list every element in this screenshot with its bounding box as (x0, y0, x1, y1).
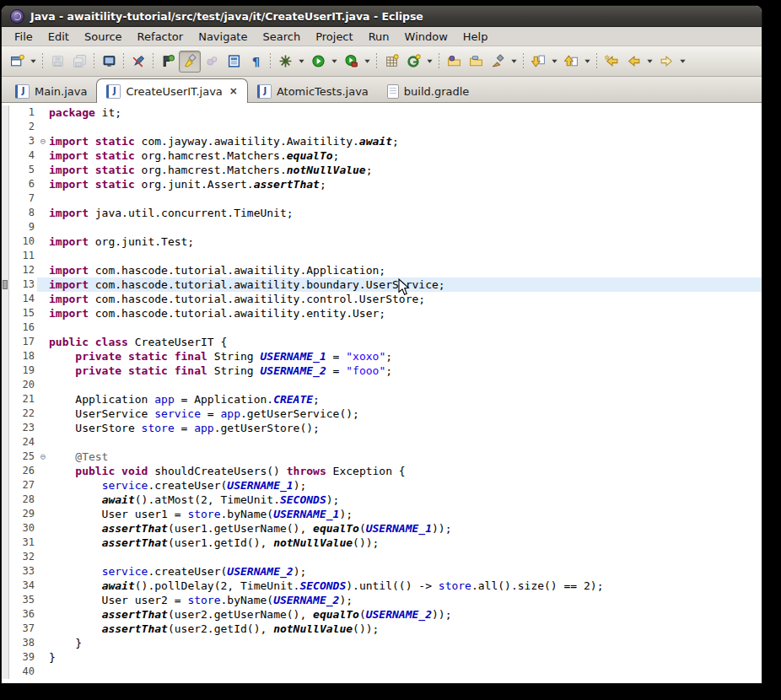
code-line[interactable]: 16 (2, 320, 762, 335)
new-wizard-button[interactable] (6, 51, 28, 73)
menu-item-refactor[interactable]: Refactor (130, 29, 191, 45)
pin-editor-button[interactable] (127, 51, 149, 73)
code-text[interactable]: import org.junit.Test; (49, 234, 762, 249)
code-line[interactable]: 35 User user2 = store.byName(USERNAME_2)… (2, 593, 762, 607)
code-text[interactable]: public class CreateUserIT { (49, 335, 762, 349)
menu-item-navigate[interactable]: Navigate (191, 29, 255, 45)
code-line[interactable]: 9 (2, 220, 762, 234)
tab-build-gradle[interactable]: build.gradle (378, 81, 479, 102)
code-text[interactable] (49, 435, 762, 450)
code-line[interactable]: 37 assertThat(user2.getId(), notNullValu… (2, 622, 762, 636)
code-line[interactable]: 31 assertThat(user1.getId(), notNullValu… (2, 536, 762, 550)
code-text[interactable]: @Test (49, 450, 762, 464)
code-text[interactable]: } (49, 636, 762, 650)
forward-dropdown[interactable] (677, 51, 688, 72)
code-line[interactable]: 32 (2, 550, 762, 564)
code-line[interactable]: 22 UserService service = app.getUserServ… (2, 407, 762, 421)
code-text[interactable]: assertThat(user2.getUserName(), equalTo(… (49, 607, 762, 622)
external-tools-dropdown[interactable] (509, 51, 520, 72)
code-line[interactable]: 23 UserStore store = app.getUserStore(); (2, 421, 762, 435)
title-bar[interactable]: Java - awaitility-tutorial/src/test/java… (2, 6, 762, 27)
code-text[interactable] (49, 378, 762, 392)
code-line[interactable]: 15import com.hascode.tutorial.awaitility… (2, 306, 762, 320)
code-line[interactable]: 29 User user1 = store.byName(USERNAME_1)… (2, 507, 762, 521)
code-line[interactable]: 14import com.hascode.tutorial.awaitility… (2, 292, 762, 306)
code-text[interactable]: private static final String USERNAME_1 =… (49, 349, 762, 363)
save-all-button[interactable] (68, 51, 90, 73)
code-text[interactable] (49, 550, 762, 564)
code-line[interactable]: 30 assertThat(user1.getUserName(), equal… (2, 521, 762, 536)
code-line[interactable]: 6import static org.junit.Assert.assertTh… (2, 177, 762, 191)
menu-item-window[interactable]: Window (397, 29, 455, 45)
code-text[interactable]: assertThat(user1.getUserName(), equalTo(… (49, 521, 762, 536)
mark-occurrences-button[interactable] (179, 51, 201, 73)
open-plugin-button[interactable] (157, 51, 179, 73)
code-line[interactable]: 19 private static final String USERNAME_… (2, 363, 762, 378)
code-line[interactable]: 38 } (2, 636, 762, 650)
code-line[interactable]: 26 public void shouldCreateUsers() throw… (2, 464, 762, 478)
code-text[interactable]: public void shouldCreateUsers() throws E… (49, 464, 762, 478)
menu-item-source[interactable]: Source (77, 29, 130, 45)
open-console-button[interactable] (98, 51, 120, 73)
new-class-dropdown[interactable] (424, 51, 435, 72)
code-line[interactable]: 33 service.createUser(USERNAME_2); (2, 564, 762, 579)
code-line[interactable]: 28 await().atMost(2, TimeUnit.SECONDS); (2, 493, 762, 507)
code-line[interactable]: 34 await().pollDelay(2, TimeUnit.SECONDS… (2, 579, 762, 593)
fold-toggle-icon[interactable]: ⊖ (37, 450, 49, 464)
code-text[interactable]: assertThat(user1.getId(), notNullValue()… (49, 536, 762, 550)
code-line[interactable]: 18 private static final String USERNAME_… (2, 349, 762, 363)
open-resource-button[interactable] (465, 51, 487, 73)
code-line[interactable]: 25⊖ @Test (2, 450, 762, 464)
menu-item-search[interactable]: Search (255, 29, 308, 45)
code-line[interactable]: 36 assertThat(user2.getUserName(), equal… (2, 607, 762, 622)
code-line[interactable]: 17public class CreateUserIT { (2, 335, 762, 349)
code-line[interactable]: 5import static org.hamcrest.Matchers.not… (2, 163, 762, 177)
code-text[interactable]: await().pollDelay(2, TimeUnit.SECONDS).u… (49, 579, 762, 593)
menu-item-help[interactable]: Help (455, 29, 496, 45)
code-text[interactable]: } (49, 650, 762, 665)
code-text[interactable]: UserService service = app.getUserService… (49, 407, 762, 421)
fold-toggle-icon[interactable]: ⊖ (37, 134, 49, 148)
back-dropdown[interactable] (644, 51, 655, 72)
code-line[interactable]: 4import static org.hamcrest.Matchers.equ… (2, 148, 762, 163)
new-wizard-dropdown[interactable] (28, 51, 39, 72)
open-javadoc-button[interactable] (223, 51, 245, 73)
code-text[interactable]: import static org.hamcrest.Matchers.notN… (49, 163, 762, 177)
code-text[interactable]: service.createUser(USERNAME_1); (49, 478, 762, 493)
code-line[interactable]: 7 (2, 191, 762, 206)
code-text[interactable]: private static final String USERNAME_2 =… (49, 363, 762, 378)
code-text[interactable]: import com.hascode.tutorial.awaitility.c… (49, 292, 762, 306)
code-text[interactable] (49, 191, 762, 206)
debug-button[interactable] (274, 51, 296, 73)
code-text[interactable] (49, 220, 762, 234)
code-editor[interactable]: 1package it;2 3⊖import static com.jayway… (2, 103, 762, 683)
next-annotation-button[interactable] (527, 51, 549, 73)
coverage-dropdown[interactable] (362, 51, 373, 72)
code-text[interactable]: import com.hascode.tutorial.awaitility.A… (49, 263, 762, 277)
tab-main-java[interactable]: JMain.java (6, 81, 96, 102)
code-text[interactable]: import com.hascode.tutorial.awaitility.e… (49, 306, 762, 320)
code-text[interactable]: await().atMost(2, TimeUnit.SECONDS); (49, 493, 762, 507)
code-line[interactable]: 3⊖import static com.jayway.awaitility.Aw… (2, 134, 762, 148)
code-line[interactable]: 2 (2, 120, 762, 134)
menu-item-run[interactable]: Run (361, 29, 397, 45)
code-text[interactable]: Application app = Application.CREATE; (49, 392, 762, 407)
code-line[interactable]: 24 (2, 435, 762, 450)
code-line[interactable]: 40 (2, 665, 762, 679)
open-type-button[interactable] (443, 51, 465, 73)
code-text[interactable]: UserStore store = app.getUserStore(); (49, 421, 762, 435)
previous-annotation-dropdown[interactable] (582, 51, 593, 72)
run-dropdown[interactable] (329, 51, 340, 72)
new-java-project-button[interactable] (380, 51, 402, 73)
code-text[interactable]: User user2 = store.byName(USERNAME_2); (49, 593, 762, 607)
code-text[interactable] (49, 120, 762, 134)
code-line[interactable]: 13import com.hascode.tutorial.awaitility… (2, 277, 762, 292)
code-line[interactable]: 21 Application app = Application.CREATE; (2, 392, 762, 407)
new-class-button[interactable] (402, 51, 424, 73)
code-text[interactable] (49, 665, 762, 679)
code-text[interactable]: import java.util.concurrent.TimeUnit; (49, 206, 762, 220)
code-line[interactable]: 11 (2, 249, 762, 263)
code-line[interactable]: 20 (2, 378, 762, 392)
code-text[interactable]: import static org.junit.Assert.assertTha… (49, 177, 762, 191)
code-line[interactable]: 12import com.hascode.tutorial.awaitility… (2, 263, 762, 277)
